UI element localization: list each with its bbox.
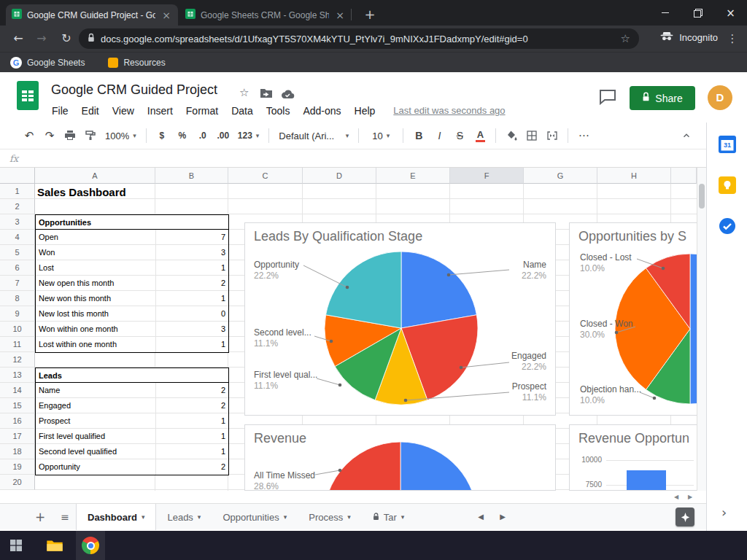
undo-button[interactable]: ↶ [20,126,39,145]
spreadsheet-grid[interactable]: Sales Dashboard ABCDEFGH1234567891011121… [0,168,697,491]
cell-label[interactable]: Second level qualified [36,444,156,459]
increase-decimal-button[interactable]: .00 [214,126,233,145]
zoom-select[interactable]: 100%▾ [101,126,141,145]
cell-label[interactable]: Won within one month [36,322,156,336]
keep-icon[interactable] [719,176,736,194]
column-header-E[interactable]: E [376,168,450,184]
add-sheet-button[interactable]: + [31,508,50,526]
strikethrough-button[interactable]: S [450,126,469,145]
sheet-tab-menu-icon[interactable]: ▾ [142,513,145,521]
row-header-15[interactable]: 15 [0,398,35,413]
fill-color-button[interactable] [502,126,521,145]
column-header-partial[interactable] [671,168,697,184]
select-all-corner[interactable] [0,168,35,184]
file-explorer-icon[interactable] [46,539,63,556]
menu-format[interactable]: Format [179,102,225,120]
text-color-button[interactable]: A [471,126,489,145]
cell-value[interactable]: 2 [156,398,228,413]
menu-tools[interactable]: Tools [260,102,297,120]
print-button[interactable] [61,126,80,145]
sheet-tab-menu-icon[interactable]: ▾ [401,513,405,521]
menu-file[interactable]: File [45,102,75,120]
back-button[interactable]: ← [9,30,28,47]
row-header-14[interactable]: 14 [0,383,35,398]
table-header-cell[interactable]: Leads [36,368,228,383]
new-tab-button[interactable]: + [360,6,379,23]
cell-label[interactable]: Name [36,383,156,397]
row-header-9[interactable]: 9 [0,306,35,322]
cell-label[interactable]: Opportunity [36,459,156,475]
menu-data[interactable]: Data [225,102,260,120]
pie-slice-opportunity[interactable] [326,252,401,328]
tabs-scroll-left-button[interactable]: ◀ [473,510,489,524]
menu-insert[interactable]: Insert [141,102,179,120]
tasks-icon[interactable] [719,217,736,235]
column-header-B[interactable]: B [155,168,228,184]
row-header-16[interactable]: 16 [0,413,35,429]
restore-button[interactable] [681,0,714,26]
vertical-scrollbar[interactable] [697,168,706,491]
cell-value[interactable]: 2 [156,383,228,397]
sheet-tab-menu-icon[interactable]: ▾ [198,513,201,521]
row-header-5[interactable]: 5 [0,245,35,260]
format-currency-button[interactable]: $ [152,126,171,145]
cell-label[interactable]: Prospect [36,413,156,428]
row-header-7[interactable]: 7 [0,276,35,291]
sheet-tab-process[interactable]: Process▾ [298,504,362,530]
row-header-8[interactable]: 8 [0,291,35,306]
last-edit-link[interactable]: Last edit was seconds ago [393,102,505,120]
row-header-4[interactable]: 4 [0,230,35,245]
column-header-H[interactable]: H [597,168,671,184]
bold-button[interactable]: B [409,126,428,145]
borders-button[interactable] [522,126,541,145]
paint-format-button[interactable] [81,126,100,145]
cell-label[interactable]: Engaged [36,398,156,413]
cell-label[interactable]: Open [36,230,156,244]
cell-value[interactable]: 2 [156,459,228,475]
all-sheets-button[interactable]: ≡ [55,508,74,526]
cell-value[interactable]: 0 [156,306,228,321]
url-bar[interactable]: docs.google.com/spreadsheets/d/1UfxagYT5… [79,28,639,49]
sheet-tab-menu-icon[interactable]: ▾ [284,513,287,521]
sheet-tab-leads[interactable]: Leads▾ [156,504,212,530]
sheets-logo-icon[interactable] [17,81,39,113]
bookmark-star-icon[interactable]: ☆ [621,32,630,45]
table-header-cell[interactable]: Opportunities [36,215,228,230]
row-header-18[interactable]: 18 [0,444,35,459]
cell-label[interactable]: Won [36,245,156,260]
sheet-tab-tar[interactable]: Tar▾ [362,504,416,530]
pie-slice-all-time-missed[interactable] [324,442,400,491]
column-header-A[interactable]: A [35,168,155,184]
more-tools-button[interactable]: ⋯ [574,126,593,145]
font-select[interactable]: Default (Ari...▾ [274,126,353,145]
chart-revenue-opportun[interactable]: 100007500Revenue Opportun [569,424,697,491]
cell-value[interactable]: 1 [156,429,228,443]
row-header-11[interactable]: 11 [0,337,35,352]
collapse-panel-chevron[interactable]: › [721,505,727,520]
document-title[interactable]: Google CRM Guided Project [51,82,217,98]
column-header-F[interactable]: F [450,168,524,184]
row-header-20[interactable]: 20 [0,475,35,490]
menu-add-ons[interactable]: Add-ons [296,102,347,120]
decrease-decimal-button[interactable]: .0 [193,126,212,145]
cell-label[interactable]: Lost [36,260,156,275]
column-header-C[interactable]: C [228,168,303,184]
row-header-17[interactable]: 17 [0,429,35,444]
redo-button[interactable]: ↷ [40,126,59,145]
calendar-icon[interactable]: 31 [719,136,736,153]
start-button[interactable] [10,540,22,554]
row-header-10[interactable]: 10 [0,322,35,337]
star-icon[interactable]: ☆ [239,86,249,99]
sheet-tab-dashboard[interactable]: Dashboard▾ [76,504,156,530]
row-header-1[interactable]: 1 [0,184,35,199]
cell-label[interactable]: New lost this month [36,306,156,321]
sheet-tab-opportunities[interactable]: Opportunities▾ [212,504,298,530]
row-header-13[interactable]: 13 [0,368,35,383]
number-format-select[interactable]: 123▾ [233,126,264,145]
forward-button[interactable]: → [32,30,51,47]
chart-revenue[interactable]: All Time Missed28.6%Revenue [244,424,556,491]
menu-view[interactable]: View [106,102,141,120]
minimize-button[interactable] [649,0,681,26]
browser-tab-active[interactable]: Google CRM Guided Project - Go × [6,4,178,26]
close-window-button[interactable]: × [714,0,747,26]
